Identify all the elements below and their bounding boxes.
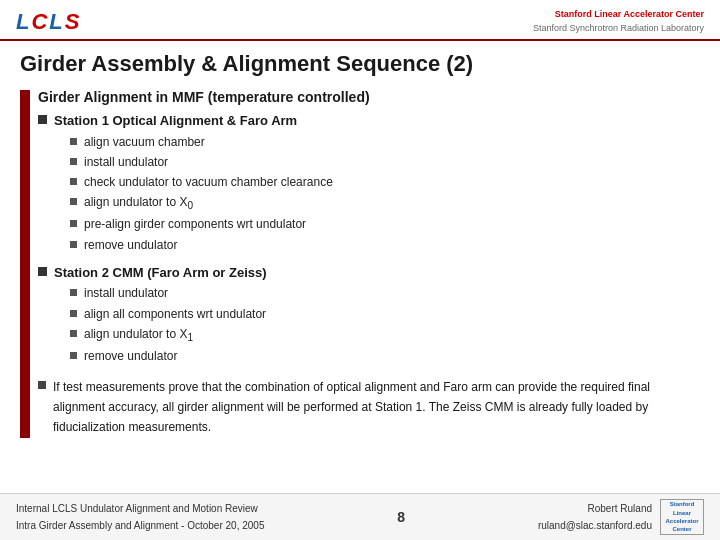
- header-right: Stanford Linear Accelerator Center Stanf…: [533, 8, 704, 35]
- sub-item-text: align vacuum chamber: [84, 133, 205, 152]
- footer-page-number: 8: [397, 509, 405, 525]
- station2-bullet: [38, 267, 47, 276]
- sub-item-text: install undulator: [84, 284, 168, 303]
- station2-label: Station 2 CMM (Faro Arm or Zeiss): [54, 265, 267, 280]
- station1-bullet: [38, 115, 47, 124]
- sub-bullet: [70, 198, 77, 205]
- sub-bullet: [70, 352, 77, 359]
- sub-item-text: align undulator to X0: [84, 193, 193, 214]
- station1-sub-list: align vacuum chamber install undulator c…: [70, 133, 333, 255]
- sub-item: remove undulator: [70, 347, 267, 366]
- station1-label: Station 1 Optical Alignment & Faro Arm: [54, 113, 297, 128]
- sub-bullet: [70, 220, 77, 227]
- sub-item: align all components wrt undulator: [70, 305, 267, 324]
- ssrl-label: Stanford Synchrotron Radiation Laborator…: [533, 22, 704, 36]
- footer-email: ruland@slac.stanford.edu: [538, 517, 652, 534]
- sub-item-text: align undulator to X1: [84, 325, 193, 346]
- sub-item-text: pre-align girder components wrt undulato…: [84, 215, 306, 234]
- footer-right: Robert Ruland ruland@slac.stanford.edu S…: [538, 499, 704, 535]
- sub-bullet: [70, 241, 77, 248]
- footer-line2: Intra Girder Assembly and Alignment - Oc…: [16, 517, 264, 534]
- header: LCLS Stanford Linear Accelerator Center …: [0, 0, 720, 41]
- footer-line1: Internal LCLS Undulator Alignment and Mo…: [16, 500, 264, 517]
- sub-item-text: check undulator to vacuum chamber cleara…: [84, 173, 333, 192]
- sub-item: align undulator to X0: [70, 193, 333, 214]
- slac-label: Stanford Linear Accelerator Center: [533, 8, 704, 22]
- sub-item: align vacuum chamber: [70, 133, 333, 152]
- main-content: Girder Assembly & Alignment Sequence (2)…: [0, 41, 720, 454]
- footer-author: Robert Ruland: [538, 500, 652, 517]
- sub-item: align undulator to X1: [70, 325, 267, 346]
- sub-bullet: [70, 310, 77, 317]
- section-title: Girder Alignment in MMF (temperature con…: [38, 89, 700, 105]
- station2-sub-list: install undulator align all components w…: [70, 284, 267, 366]
- page-title: Girder Assembly & Alignment Sequence (2): [20, 51, 700, 77]
- footer: Internal LCLS Undulator Alignment and Mo…: [0, 493, 720, 540]
- sub-item-text: remove undulator: [84, 347, 177, 366]
- paragraph-section: If test measurements prove that the comb…: [38, 378, 700, 437]
- footer-logo-text: StanfordLinearAcceleratorCenter: [665, 500, 698, 534]
- sub-item-text: remove undulator: [84, 236, 177, 255]
- stations-list: Station 1 Optical Alignment & Faro Arm a…: [38, 111, 700, 370]
- station2-content: Station 2 CMM (Faro Arm or Zeiss) instal…: [54, 263, 267, 370]
- footer-logo: StanfordLinearAcceleratorCenter: [660, 499, 704, 535]
- paragraph-text: If test measurements prove that the comb…: [53, 378, 700, 437]
- sub-item-text: align all components wrt undulator: [84, 305, 266, 324]
- footer-left: Internal LCLS Undulator Alignment and Mo…: [16, 500, 264, 534]
- sub-item: install undulator: [70, 284, 267, 303]
- lcls-logo: LCLS: [16, 9, 81, 35]
- sub-bullet: [70, 158, 77, 165]
- red-bar-accent: [20, 90, 30, 438]
- sub-item: remove undulator: [70, 236, 333, 255]
- para-bullet: [38, 381, 46, 389]
- sub-item: pre-align girder components wrt undulato…: [70, 215, 333, 234]
- station2-item: Station 2 CMM (Faro Arm or Zeiss) instal…: [38, 263, 700, 370]
- sub-item: install undulator: [70, 153, 333, 172]
- sub-item-text: install undulator: [84, 153, 168, 172]
- section-content: Girder Alignment in MMF (temperature con…: [38, 89, 700, 438]
- station1-content: Station 1 Optical Alignment & Faro Arm a…: [54, 111, 333, 259]
- girder-alignment-section: Girder Alignment in MMF (temperature con…: [20, 89, 700, 438]
- sub-bullet: [70, 178, 77, 185]
- station1-item: Station 1 Optical Alignment & Faro Arm a…: [38, 111, 700, 259]
- sub-bullet: [70, 289, 77, 296]
- sub-item: check undulator to vacuum chamber cleara…: [70, 173, 333, 192]
- footer-author-info: Robert Ruland ruland@slac.stanford.edu: [538, 500, 652, 534]
- sub-bullet: [70, 138, 77, 145]
- sub-bullet: [70, 330, 77, 337]
